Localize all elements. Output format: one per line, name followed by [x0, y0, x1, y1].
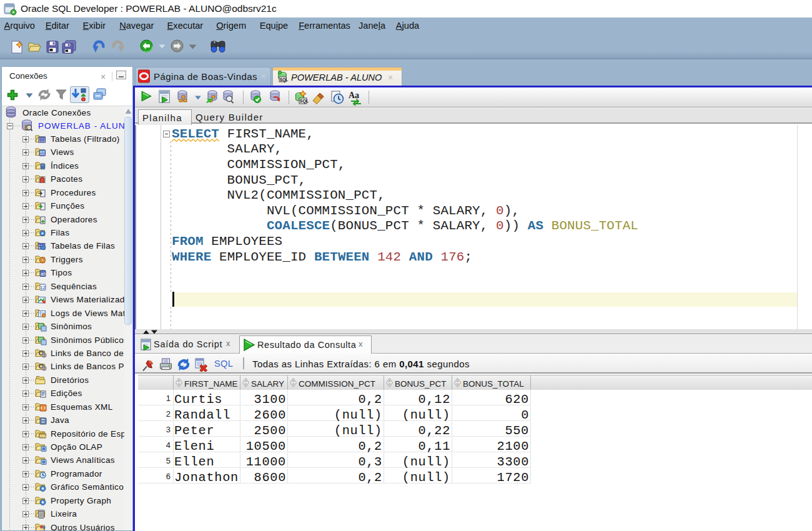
svg-text:SQL: SQL: [280, 77, 288, 82]
svg-text:12: 12: [41, 285, 46, 289]
svg-text:SQL: SQL: [300, 99, 309, 104]
svg-text:9: 9: [43, 271, 46, 277]
svg-text:Aa: Aa: [349, 91, 359, 100]
svg-text:XML: XML: [39, 434, 47, 437]
